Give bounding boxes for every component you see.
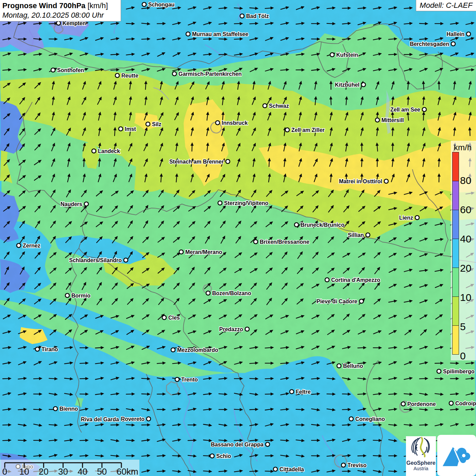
city-label: Treviso [347, 462, 367, 468]
city-label: Rovereto [121, 416, 145, 422]
city-label: Bassano del Grappa [211, 442, 264, 447]
city-label: Sterzing/Vipiteno [224, 200, 269, 206]
city-label: Kitzbühel [335, 82, 359, 88]
city-marker [384, 179, 388, 183]
scalebar-label: 10 [19, 466, 29, 476]
city-label: Schlanders/Silandro [69, 257, 122, 263]
city-label: Landeck [98, 148, 120, 154]
city: Steinach am Brenner [169, 159, 230, 165]
city-marker [35, 347, 39, 351]
scalebar-label: 30 [58, 466, 68, 476]
legend-colorbar [452, 152, 459, 355]
city-marker [273, 467, 277, 471]
legend-tick-label: 0 [460, 350, 466, 362]
scalebar-label: 20 [39, 466, 49, 476]
city-marker [172, 72, 176, 76]
city-label: Imst [125, 126, 136, 132]
geosphere-wordmark: GeoSphere [406, 460, 436, 466]
city-marker [337, 364, 341, 368]
city-label: Berchtesgaden [410, 41, 449, 47]
city-marker [175, 377, 179, 381]
city: Riva del Garda [81, 417, 125, 422]
city-marker [186, 32, 190, 36]
city: Zell am Ziller [285, 127, 325, 133]
city-label: Schwaz [269, 103, 289, 109]
city: Brixen/Bressanone [254, 239, 309, 245]
title-box: Prognose Wind 700hPa [km/h] Montag, 20.1… [0, 0, 121, 21]
city-marker [162, 316, 166, 320]
city-label: Brixen/Bressanone [260, 239, 309, 245]
city: Sterzing/Vipiteno [218, 200, 269, 206]
geosphere-logo-card: GeoSphere Austria [406, 436, 436, 476]
city: Lienz [399, 215, 419, 221]
city-marker [266, 442, 270, 446]
city-label: Riva del Garda [81, 417, 119, 422]
city-label: Garmisch-Partenkirchen [178, 71, 242, 77]
wind-speed-legend: km/h 806040201050 [451, 141, 476, 360]
city-label: Mittersill [381, 117, 404, 123]
city-marker [254, 240, 258, 244]
city-marker [240, 14, 244, 18]
map-canvas: lagoSchongauBad TölzKemptenMurnau am Sta… [0, 0, 476, 476]
legend-segment [452, 296, 459, 326]
city: Murnau am Staffelsee [186, 31, 248, 37]
legend-tick-label: 5 [460, 321, 466, 333]
city-marker [206, 291, 210, 295]
city-marker [290, 390, 294, 394]
legend-segment [452, 152, 459, 181]
city-marker [330, 53, 334, 57]
city-marker [115, 73, 119, 78]
city: Mezzolombardo [171, 347, 218, 353]
city-marker [401, 402, 405, 406]
city-label: Schio [216, 453, 231, 459]
legend-tick-label: 80 [460, 175, 471, 186]
city-label: Bad Tölz [246, 13, 269, 19]
legend-segment [452, 268, 459, 297]
scalebar-label: 0 [2, 466, 7, 476]
city-label: Belluno [343, 363, 363, 369]
city-label: Zernez [23, 243, 40, 249]
model-label: Modell: C-LAEF [416, 0, 476, 11]
city-marker [92, 149, 96, 153]
city-marker [245, 327, 249, 331]
geosphere-country: Austria [406, 466, 436, 471]
city-marker [466, 32, 471, 36]
city-marker [437, 369, 441, 373]
city-marker [179, 250, 183, 254]
city-marker [226, 159, 230, 164]
city: Pieve di Cadore [317, 299, 363, 304]
city-label: Cittadella [279, 466, 304, 472]
city: Cles [162, 315, 180, 321]
city: Cortina d'Ampezzo [325, 277, 380, 283]
city-marker [142, 2, 146, 6]
city-label: Zell am Ziller [291, 127, 325, 133]
city-label: Cles [168, 315, 180, 321]
city-label: Sonthofen [57, 67, 84, 73]
city-marker [218, 201, 222, 205]
city-marker [449, 401, 453, 405]
city-marker [51, 68, 55, 72]
city-marker [415, 216, 419, 220]
city-label: Hallein [447, 31, 464, 37]
legend-title: km/h [454, 143, 472, 152]
legend-segment [452, 239, 459, 268]
city-label: Feltre [296, 389, 311, 395]
legend-segment [452, 210, 459, 239]
city-marker [422, 107, 426, 112]
city-label: Bormio [71, 293, 90, 299]
city-marker [84, 202, 88, 206]
scalebar-label: 40 [78, 466, 87, 476]
city-marker [210, 454, 214, 458]
city-marker [366, 233, 370, 237]
model-name: Modell: C-LAEF [420, 1, 472, 10]
city-marker [285, 128, 289, 132]
legend-tick-label: 60 [460, 204, 471, 216]
legend-tick-label: 10 [460, 292, 471, 303]
city: Berchtesgaden [410, 41, 455, 47]
city-marker [216, 121, 220, 125]
city: Schio [210, 453, 231, 459]
city-label: Matrei in Osttirol [339, 178, 382, 184]
city: Meran/Merano [179, 249, 222, 255]
city-label: Tirano [41, 346, 58, 352]
city-label: Trento [181, 377, 198, 382]
